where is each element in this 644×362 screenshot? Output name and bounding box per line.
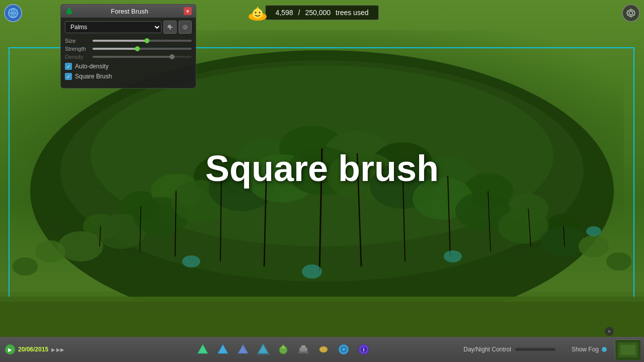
size-label: Size [65,38,93,44]
svg-rect-0 [0,292,644,337]
strength-slider-fill [93,48,137,50]
svg-point-66 [184,26,187,29]
road-tool-icon[interactable] [195,341,211,357]
auto-density-label: Auto-density [75,63,109,70]
svg-rect-76 [298,351,308,353]
daynight-slider[interactable] [515,348,555,351]
auto-density-checkbox[interactable]: ✓ [65,63,72,70]
speed-2x-button[interactable]: ▶▶ [56,347,64,352]
panel-titlebar[interactable]: 🌲 Forest Brush × [61,5,196,18]
square-brush-checkbox[interactable]: ✓ [65,73,72,80]
zone-tool-icon[interactable] [215,341,231,357]
svg-rect-64 [170,25,171,30]
svg-marker-68 [198,344,208,353]
center-toolbar: i [111,341,455,357]
main-menu-icon[interactable] [4,4,22,22]
svg-rect-51 [0,297,644,337]
date-display: 20/06/2015 [18,346,48,353]
panel-tree-icon: 🌲 [65,7,73,15]
settings-panel-button[interactable] [179,21,192,34]
daynight-label: Day/Night Control [463,346,511,353]
panel-title: Forest Brush [75,8,184,15]
play-button[interactable]: ▶ [5,344,15,354]
info-tool-icon[interactable]: i [356,341,372,357]
speed-1x-button[interactable]: ▶ [51,347,55,352]
density-slider-fill [93,56,172,58]
square-brush-row[interactable]: ✓ Square Brush [65,73,192,80]
fog-label: Show Fog [572,346,599,353]
customize-button[interactable] [164,21,177,34]
svg-rect-65 [168,25,170,27]
svg-marker-70 [238,344,248,353]
bottom-close-button[interactable]: × [605,327,614,336]
size-slider-fill [93,40,147,42]
landscape-tool-icon[interactable] [275,341,291,357]
timeline-section: ▶ 20/06/2015 ▶ ▶▶ [0,344,111,354]
fog-section: Show Fog [564,346,615,353]
strength-label: Strength [65,46,93,52]
globe-icon [8,8,19,19]
minimap[interactable] [615,339,640,359]
density-slider[interactable] [93,56,192,58]
density-label: Density [65,54,93,60]
policy-tool-icon[interactable] [336,341,352,357]
nature-tool-icon[interactable] [315,341,332,357]
density-slider-thumb[interactable] [170,54,175,59]
size-slider-thumb[interactable] [144,38,149,43]
strength-slider[interactable] [93,48,192,50]
right-tools: × [615,339,644,359]
svg-rect-77 [301,345,305,348]
svg-rect-75 [299,347,307,351]
svg-marker-71 [258,344,268,353]
panel-close-button[interactable]: × [184,7,192,15]
svg-point-81 [342,348,345,351]
tree-type-row: Palms Temperate Boreal Tropical [65,21,192,34]
size-slider[interactable] [93,40,192,42]
water-tool-icon[interactable] [255,341,271,357]
daynight-section: Day/Night Control [455,346,564,353]
svg-point-67 [183,25,188,30]
gear-icon [626,8,636,18]
svg-rect-52 [0,302,644,337]
panel-body: Palms Temperate Boreal Tropical [61,18,196,83]
strength-slider-thumb[interactable] [135,46,140,51]
gear-small-icon [182,24,189,31]
settings-icon-button[interactable] [622,4,640,22]
svg-point-78 [319,346,328,352]
svg-text:i: i [363,347,364,352]
tree-type-dropdown[interactable]: Palms Temperate Boreal Tropical [65,21,162,33]
wrench-icon [167,24,174,31]
strength-slider-row: Strength [65,46,192,52]
fog-toggle[interactable] [602,347,607,352]
bottom-toolbar: ▶ 20/06/2015 ▶ ▶▶ [0,337,644,362]
speed-controls: ▶ ▶▶ [51,347,64,352]
svg-marker-69 [218,344,228,353]
auto-density-row[interactable]: ✓ Auto-density [65,63,192,70]
forest-brush-panel: 🌲 Forest Brush × Palms Temperate Boreal … [60,4,196,88]
district-tool-icon[interactable] [235,341,251,357]
svg-point-62 [629,12,633,15]
svg-rect-87 [620,345,635,355]
size-slider-row: Size [65,38,192,44]
density-slider-row: Density [65,54,192,60]
bulldoze-tool-icon[interactable] [295,341,311,357]
square-brush-label: Square Brush [75,73,112,80]
